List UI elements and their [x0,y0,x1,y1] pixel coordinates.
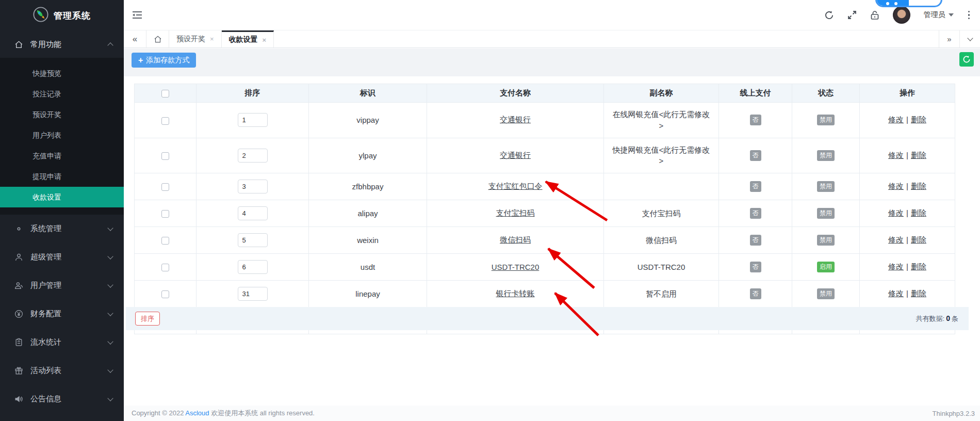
table-row: weixin 微信扫码 微信扫码 否 禁用 修改|删除 [135,227,955,254]
users-icon [14,281,23,290]
payment-name-link[interactable]: 银行卡转账 [496,289,535,298]
action-divider: | [906,289,908,298]
delete-link[interactable]: 删除 [911,115,926,124]
payment-name-link[interactable]: 微信扫码 [500,235,531,244]
collapse-tabs-button[interactable]: « [124,30,146,47]
sidebar-item-快捷预览[interactable]: 快捷预览 [0,63,124,84]
finance-yen-icon [14,310,23,318]
sort-order-input[interactable] [238,113,268,127]
add-payment-method-button[interactable]: + 添加存款方式 [132,53,196,68]
sidebar-item-收款设置[interactable]: 收款设置 [0,187,124,207]
table-refresh-button[interactable] [959,52,974,67]
tab-bar: « 预设开奖×收款设置× » [124,30,980,48]
framework-version: Thinkphp3.2.3 [933,410,975,417]
sidebar-group-系统管理[interactable]: 系统管理 [0,215,124,243]
payment-subname: 暂不启用 [612,288,711,300]
online-pay-badge: 否 [750,288,761,299]
delete-link[interactable]: 删除 [911,262,926,271]
payment-name-link[interactable]: 支付宝扫码 [496,208,535,217]
chevron-down-icon [107,338,113,344]
edit-link[interactable]: 修改 [888,151,904,159]
user-avatar[interactable] [893,6,910,24]
status-badge: 禁用 [817,150,835,161]
edit-link[interactable]: 修改 [888,289,904,298]
fullscreen-icon[interactable] [847,10,857,20]
close-tab-icon[interactable]: × [263,36,267,44]
sidebar-group-用户管理[interactable]: 用户管理 [0,271,124,300]
close-tab-icon[interactable]: × [210,35,214,43]
next-tabs-button[interactable]: » [939,30,959,47]
delete-link[interactable]: 删除 [911,208,926,217]
tab-menu-button[interactable] [959,30,980,47]
payment-id: ylpay [309,138,427,173]
delete-link[interactable]: 删除 [911,151,926,159]
payment-name-link[interactable]: 支付宝红包口令 [488,182,543,190]
chevron-down-icon [107,367,113,373]
payment-name-link[interactable]: USDT-TRC20 [492,263,540,271]
plus-icon: + [138,56,143,65]
tab-收款设置[interactable]: 收款设置× [222,30,274,47]
add-button-label: 添加存款方式 [146,56,189,65]
sort-submit-button[interactable]: 排序 [135,312,160,326]
row-checkbox[interactable] [161,290,169,298]
sidebar-group-财务配置[interactable]: 财务配置 [0,300,124,328]
row-checkbox[interactable] [161,237,169,245]
more-options-icon[interactable] [967,10,971,21]
sidebar-group-超级管理[interactable]: 超级管理 [0,243,124,271]
row-checkbox[interactable] [161,210,169,218]
payment-id: weixin [309,227,427,254]
edit-link[interactable]: 修改 [888,235,904,244]
table-row: alipay 支付宝扫码 支付宝扫码 否 禁用 修改|删除 [135,200,955,227]
action-divider: | [906,182,908,190]
tab-预设开奖[interactable]: 预设开奖× [169,30,222,47]
sidebar-group-流水统计[interactable]: 流水统计 [0,328,124,357]
select-all-checkbox[interactable] [161,90,169,98]
sort-order-input[interactable] [238,206,268,220]
sidebar-item-预设开奖[interactable]: 预设开奖 [0,104,124,125]
table-footer-bar: 排序 共有数据:0条 [126,307,969,330]
sidebar-group-common-functions[interactable]: 常用功能 [0,31,124,58]
payment-id: vippay [309,103,427,138]
col-header-subname: 副名称 [604,84,719,103]
status-badge: 禁用 [817,235,835,246]
user-menu[interactable]: 管理员 [924,10,954,20]
sort-order-input[interactable] [238,287,268,301]
sort-order-input[interactable] [238,260,268,274]
row-checkbox[interactable] [161,152,169,160]
edit-link[interactable]: 修改 [888,208,904,217]
app-title: 管理系统 [54,10,91,22]
row-checkbox[interactable] [161,183,169,191]
sidebar-item-投注记录[interactable]: 投注记录 [0,84,124,104]
sort-order-input[interactable] [238,180,268,193]
sort-order-input[interactable] [238,149,268,163]
col-header-sort: 排序 [197,84,309,103]
sidebar-item-充值申请[interactable]: 充值申请 [0,145,124,166]
payment-name-link[interactable]: 交通银行 [500,115,531,124]
payment-name-link[interactable]: 交通银行 [500,151,531,159]
edit-link[interactable]: 修改 [888,182,904,190]
row-checkbox[interactable] [161,264,169,271]
sidebar-item-用户列表[interactable]: 用户列表 [0,125,124,145]
delete-link[interactable]: 删除 [911,182,926,190]
caret-down-icon [949,13,954,17]
edit-link[interactable]: 修改 [888,262,904,271]
delete-link[interactable]: 删除 [911,289,926,298]
col-header-actions: 操作 [860,84,955,103]
home-tab-icon[interactable] [146,30,169,47]
clipboard-stats-icon [14,338,23,347]
delete-link[interactable]: 删除 [911,235,926,244]
sort-order-input[interactable] [238,233,268,247]
lock-icon[interactable] [870,10,879,20]
sidebar-group-活动列表[interactable]: 活动列表 [0,357,124,385]
sidebar-item-提现申请[interactable]: 提现申请 [0,166,124,187]
edit-link[interactable]: 修改 [888,115,904,124]
row-checkbox[interactable] [161,117,169,125]
refresh-icon[interactable] [824,10,834,20]
app-logo: 管理系统 [0,0,124,31]
ascloud-link[interactable]: Ascloud [185,409,209,417]
action-divider: | [906,151,908,159]
status-badge: 禁用 [817,181,835,192]
copyright-text: Copyright © 2022 Ascloud 欢迎使用本系统 all rig… [132,409,315,418]
sidebar-group-公告信息[interactable]: 公告信息 [0,385,124,413]
menu-fold-icon[interactable] [132,10,142,20]
